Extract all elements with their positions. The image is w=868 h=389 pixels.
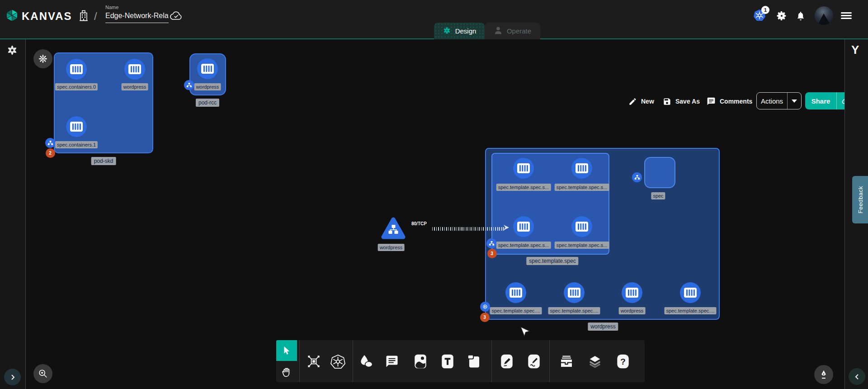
save-as-button[interactable]: Save As: [663, 93, 700, 109]
container-node[interactable]: [564, 282, 585, 303]
tab-operate[interactable]: Operate: [485, 23, 540, 39]
hierarchy-badge-icon[interactable]: [632, 172, 642, 182]
layers-tool-button[interactable]: [586, 353, 604, 370]
integrations-tool-button[interactable]: [305, 353, 322, 370]
edge-arrowhead-icon: [503, 224, 510, 233]
share-label: Share: [805, 97, 836, 105]
zoom-search-button[interactable]: [33, 364, 52, 383]
svg-text:?: ?: [620, 357, 626, 366]
kanvas-app: KANVAS / Name: [0, 0, 868, 389]
right-rail: Y Feedback: [844, 39, 868, 389]
sitemap-icon: [387, 224, 399, 237]
design-canvas[interactable]: New Save As Comments Actions Share: [26, 39, 844, 389]
meshery-badge-icon[interactable]: [480, 302, 490, 312]
actions-divider: [787, 93, 788, 109]
node-label: wordpress: [194, 83, 221, 90]
layer5-y-icon[interactable]: Y: [851, 43, 859, 57]
help-tool-button[interactable]: ?: [614, 353, 632, 370]
node-label: spec.template.spec....: [548, 307, 600, 314]
group-label-spec-template-spec: spec.template.spec: [526, 257, 578, 265]
sketch-tool-button[interactable]: [525, 353, 542, 370]
notifications-bell-icon[interactable]: [796, 10, 806, 21]
select-tool-button[interactable]: [276, 340, 297, 361]
count-badge-spec-template-spec[interactable]: 3: [487, 249, 497, 258]
expand-right-panel-button[interactable]: [849, 368, 865, 385]
service-triangle-node[interactable]: [381, 217, 406, 242]
node-label: wordpress: [122, 83, 148, 90]
note-tool-button[interactable]: [466, 353, 483, 370]
comments-label: Comments: [720, 98, 752, 105]
group-label-wordpress: wordpress: [588, 323, 618, 331]
tab-design-label: Design: [455, 27, 476, 35]
node-label: spec.template.spec.s...: [496, 184, 551, 191]
kubernetes-tool-button[interactable]: [329, 353, 346, 370]
save-as-label: Save As: [675, 98, 700, 105]
dock-divider: [353, 340, 353, 382]
brand-name: KANVAS: [22, 10, 72, 23]
pan-tool-button[interactable]: [276, 362, 297, 382]
container-node[interactable]: [513, 216, 534, 237]
container-node[interactable]: [513, 158, 534, 179]
container-node[interactable]: [622, 282, 642, 303]
annotate-tool-button[interactable]: [498, 353, 515, 370]
dock-divider: [299, 340, 300, 382]
container-node[interactable]: [571, 216, 592, 237]
hamburger-menu-icon[interactable]: [841, 11, 852, 20]
edge-port-label: 80/TCP: [411, 221, 427, 226]
container-node[interactable]: [197, 58, 218, 79]
container-node[interactable]: [66, 59, 87, 80]
shapes-tool-button[interactable]: [358, 353, 375, 370]
container-node[interactable]: [66, 116, 87, 137]
container-node[interactable]: [505, 282, 526, 303]
node-label: spec.template.spec.s...: [555, 242, 609, 249]
new-button[interactable]: New: [628, 93, 654, 109]
mouse-cursor: [520, 327, 530, 339]
tab-design[interactable]: Design: [434, 23, 485, 39]
actions-label: Actions: [757, 97, 787, 105]
feedback-label: Feedback: [857, 186, 864, 213]
actions-caret-icon[interactable]: [792, 100, 797, 103]
container-node[interactable]: [571, 158, 592, 179]
design-name-input[interactable]: [105, 12, 169, 23]
image-tool-button[interactable]: [412, 353, 429, 370]
design-name-label: Name: [105, 5, 169, 10]
hierarchy-badge-icon[interactable]: [45, 138, 55, 148]
feedback-tab[interactable]: Feedback: [852, 176, 868, 223]
archive-tool-button[interactable]: [558, 353, 575, 370]
organization-icon[interactable]: [78, 9, 89, 22]
dock-divider: [491, 340, 492, 382]
comment-tool-button[interactable]: [383, 353, 401, 370]
design-swirl-icon: [443, 26, 451, 36]
design-name-block: Name: [105, 5, 169, 23]
node-spec-empty[interactable]: [644, 157, 675, 188]
breadcrumb-separator: /: [94, 10, 97, 23]
count-badge-pod-skd[interactable]: 2: [46, 148, 55, 158]
new-label: New: [641, 98, 654, 105]
node-label: spec.template.spec.s...: [555, 184, 609, 191]
container-node[interactable]: [680, 282, 701, 303]
meshery-swirl-icon[interactable]: [6, 44, 18, 56]
dock-divider: [549, 340, 550, 382]
pen-nib-button[interactable]: [814, 365, 833, 384]
hierarchy-badge-icon[interactable]: [184, 80, 194, 90]
node-label: spec.template.spec....: [665, 307, 717, 314]
kanvas-logo[interactable]: KANVAS: [6, 9, 72, 24]
kanvas-hexagon-icon: [6, 9, 18, 24]
settings-gear-icon[interactable]: [776, 10, 787, 21]
text-tool-button[interactable]: [439, 353, 456, 370]
count-badge-wordpress[interactable]: 3: [480, 313, 490, 322]
left-rail: [0, 39, 26, 389]
container-node[interactable]: [124, 59, 145, 80]
group-label-pod-rcc: pod-rcc: [196, 99, 219, 107]
group-label-pod-skd: pod-skd: [91, 157, 116, 165]
cloud-saved-icon: [170, 10, 183, 21]
actions-button[interactable]: Actions: [756, 92, 802, 109]
hierarchy-badge-icon[interactable]: [486, 238, 496, 248]
app-header: KANVAS / Name: [0, 0, 868, 39]
node-label: wordpress: [619, 307, 646, 314]
expand-left-panel-button[interactable]: [4, 369, 21, 385]
comments-button[interactable]: Comments: [707, 93, 752, 109]
port-edge[interactable]: [432, 227, 505, 231]
user-avatar[interactable]: [815, 6, 833, 25]
kubernetes-quick-button[interactable]: [33, 49, 52, 68]
